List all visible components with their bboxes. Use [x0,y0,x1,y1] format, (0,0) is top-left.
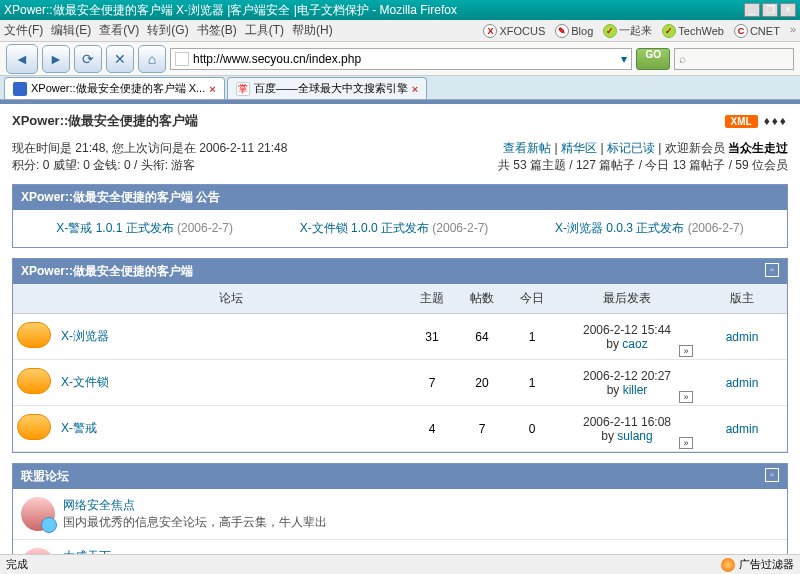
col-mod: 版主 [697,284,787,314]
alliance-link[interactable]: 大成天下 [63,549,111,554]
alliance-link[interactable]: 网络安全焦点 [63,498,135,512]
nav-toolbar: ◄ ► ⟳ ✕ ⌂ ▾ GO ⌕ [0,42,800,76]
close-button[interactable]: × [780,3,796,17]
window-titlebar: XPower::做最安全便捷的客户端 X-浏览器 |客户端安全 |电子文档保护 … [0,0,800,20]
goto-icon[interactable]: » [679,345,693,357]
announcement-board: XPower::做最安全便捷的客户端 公告 X-警戒 1.0.1 正式发布 (2… [12,184,788,248]
minimize-button[interactable]: _ [744,3,760,17]
alliance-icon [21,548,55,554]
announcement-link[interactable]: X-浏览器 0.0.3 正式发布 [555,221,684,235]
page-title: XPower::做最安全便捷的客户端 [12,112,198,130]
dropdown-icon[interactable]: ▾ [621,52,627,66]
col-today: 今日 [507,284,557,314]
user-bar: 现在时间是 21:48, 您上次访问是在 2006-2-11 21:48 积分:… [12,140,788,174]
collapse-button[interactable]: ▫ [765,263,779,277]
last-poster[interactable]: sulang [617,429,652,443]
alliance-board: 联盟论坛 ▫ 网络安全焦点 国内最优秀的信息安全论坛，高手云集，牛人辈出 大成天… [12,463,788,554]
forum-row: X-文件锁 7 20 1 2006-2-12 20:27by killer» a… [13,360,787,406]
firefox-icon[interactable] [721,558,735,572]
forum-stats: 共 53 篇主题 / 127 篇帖子 / 今日 13 篇帖子 / 59 位会员 [498,157,788,174]
reload-button[interactable]: ⟳ [74,45,102,73]
category-title: XPower::做最安全便捷的客户端 [21,263,193,280]
status-bar: 完成 广告过滤器 [0,554,800,574]
menu-file[interactable]: 文件(F) [4,22,43,39]
tab-baidu[interactable]: 掌 百度——全球最大中文搜索引擎 × [227,77,427,99]
forum-row: X-警戒 4 7 0 2006-2-11 16:08by sulang» adm… [13,406,787,452]
tab-close-icon[interactable]: × [209,83,215,95]
forum-icon [17,414,51,440]
tab-strip: XPower::做最安全便捷的客户端 X... × 掌 百度——全球最大中文搜索… [0,76,800,100]
status-text: 完成 [6,557,28,572]
bookmark-blog[interactable]: ✎Blog [555,23,593,38]
forum-link[interactable]: X-文件锁 [61,375,109,389]
forward-button[interactable]: ► [42,45,70,73]
col-topics: 主题 [407,284,457,314]
col-posts: 帖数 [457,284,507,314]
alliance-desc: 国内最优秀的信息安全论坛，高手云集，牛人辈出 [63,514,327,531]
last-poster[interactable]: caoz [622,337,647,351]
alliance-title: 联盟论坛 [21,468,69,485]
forum-link[interactable]: X-浏览器 [61,329,109,343]
moderator-link[interactable]: admin [726,376,759,390]
bookmark-xfocus[interactable]: XXFOCUS [483,23,545,38]
bookmark-icon: X [483,24,497,38]
back-button[interactable]: ◄ [6,44,38,74]
menu-go[interactable]: 转到(G) [147,22,188,39]
adblock-label[interactable]: 广告过滤器 [739,557,794,572]
page-content: XPower::做最安全便捷的客户端 XML ♦♦♦ 现在时间是 21:48, … [0,100,800,554]
site-favicon [175,52,189,66]
window-title: XPower::做最安全便捷的客户端 X-浏览器 |客户端安全 |电子文档保护 … [4,2,744,19]
more-icon[interactable]: ♦♦♦ [764,114,788,128]
board-title: XPower::做最安全便捷的客户端 公告 [21,189,220,206]
forum-row: X-浏览器 31 64 1 2006-2-12 15:44by caoz» ad… [13,314,787,360]
maximize-button[interactable]: ❐ [762,3,778,17]
announcement-link[interactable]: X-警戒 1.0.1 正式发布 [56,221,173,235]
bookmark-cnet[interactable]: CCNET [734,23,780,38]
announcement-link[interactable]: X-文件锁 1.0.0 正式发布 [300,221,429,235]
menu-bookmarks[interactable]: 书签(B) [197,22,237,39]
tab-close-icon[interactable]: × [412,83,418,95]
forums-table: 论坛 主题 帖数 今日 最后发表 版主 X-浏览器 31 64 1 2006-2… [13,284,787,452]
xml-button[interactable]: XML [725,115,758,128]
menu-bar: 文件(F) 编辑(E) 查看(V) 转到(G) 书签(B) 工具(T) 帮助(H… [0,20,800,42]
col-last: 最后发表 [557,284,697,314]
menu-view[interactable]: 查看(V) [99,22,139,39]
col-forum: 论坛 [55,284,407,314]
bookmark-overflow[interactable]: » [790,23,796,38]
tab-xpower[interactable]: XPower::做最安全便捷的客户端 X... × [4,77,225,99]
welcome-text: 欢迎新会员 [665,141,725,155]
url-input[interactable] [193,52,617,66]
menu-edit[interactable]: 编辑(E) [51,22,91,39]
address-bar[interactable]: ▾ [170,48,632,70]
menu-tools[interactable]: 工具(T) [245,22,284,39]
go-button[interactable]: GO [636,48,670,70]
link-mark-read[interactable]: 标记已读 [607,141,655,155]
last-poster[interactable]: killer [623,383,648,397]
bookmark-techweb[interactable]: ✓TechWeb [662,23,724,38]
category-board: XPower::做最安全便捷的客户端 ▫ 论坛 主题 帖数 今日 最后发表 版主… [12,258,788,453]
alliance-icon [21,497,55,531]
moderator-link[interactable]: admin [726,422,759,436]
goto-icon[interactable]: » [679,437,693,449]
goto-icon[interactable]: » [679,391,693,403]
search-box[interactable]: ⌕ [674,48,794,70]
forum-icon [17,322,51,348]
moderator-link[interactable]: admin [726,330,759,344]
forum-link[interactable]: X-警戒 [61,421,97,435]
link-new-posts[interactable]: 查看新帖 [503,141,551,155]
search-icon: ⌕ [679,52,686,66]
tab-favicon [13,82,27,96]
bookmark-icon: ✎ [555,24,569,38]
newest-member[interactable]: 当众生走过 [728,141,788,155]
link-digest[interactable]: 精华区 [561,141,597,155]
collapse-button[interactable]: ▫ [765,468,779,482]
alliance-item: 大成天下 专业的信息安全产品与服务提供商 [13,540,787,554]
bookmark-yiqilai[interactable]: ✓一起来 [603,23,652,38]
tab-favicon: 掌 [236,82,250,96]
bookmark-icon: ✓ [662,24,676,38]
forum-icon [17,368,51,394]
menu-help[interactable]: 帮助(H) [292,22,333,39]
current-time: 现在时间是 21:48, 您上次访问是在 2006-2-11 21:48 [12,140,287,157]
stop-button[interactable]: ✕ [106,45,134,73]
home-button[interactable]: ⌂ [138,45,166,73]
